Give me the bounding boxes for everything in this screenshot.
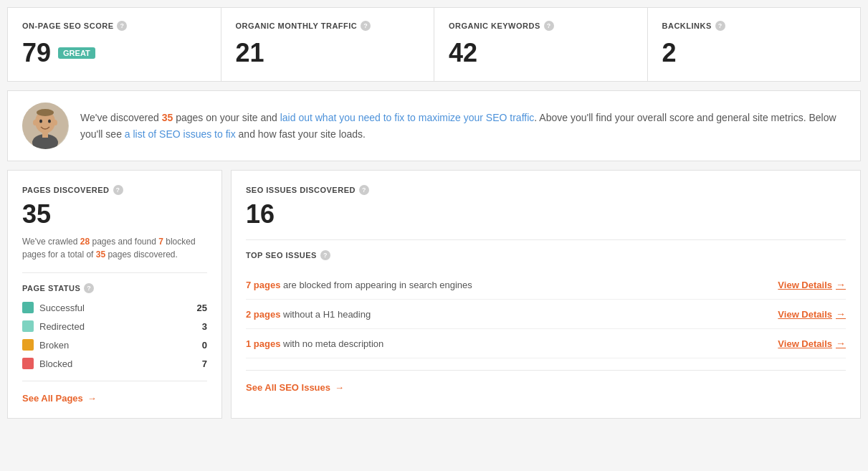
issues-discovered-label: SEO ISSUES DISCOVERED xyxy=(246,186,356,194)
seo-score-help-icon[interactable]: ? xyxy=(117,21,127,31)
organic-keywords-title: ORGANIC KEYWORDS ? xyxy=(449,21,633,31)
pages-divider xyxy=(22,272,207,273)
panels-row: PAGES DISCOVERED ? 35 We've crawled 28 p… xyxy=(7,170,861,419)
pages-discovered-help-icon[interactable]: ? xyxy=(113,185,123,195)
organic-keywords-help-icon[interactable]: ? xyxy=(544,21,554,31)
issue-text: 1 pages with no meta description xyxy=(246,338,383,349)
seo-score-label: ON-PAGE SEO SCORE xyxy=(22,22,113,30)
organic-keywords-label: ORGANIC KEYWORDS xyxy=(449,22,540,30)
issue-suffix: without a H1 heading xyxy=(283,309,371,320)
pages-discovered-count: 35 xyxy=(22,199,207,229)
see-all-issues-arrow: → xyxy=(335,382,344,393)
crawled-pages: 28 xyxy=(80,237,90,247)
seo-score-badge: GREAT xyxy=(58,47,95,59)
see-all-pages-link[interactable]: See All Pages → xyxy=(22,381,207,404)
issues-discovered-title: SEO ISSUES DISCOVERED ? xyxy=(246,185,846,195)
issue-text: 7 pages are blocked from appearing in se… xyxy=(246,280,472,290)
monthly-traffic-number: 21 xyxy=(236,38,264,68)
info-highlight-pages: 35 xyxy=(162,112,173,123)
svg-point-4 xyxy=(37,109,54,116)
monthly-traffic-value: 21 xyxy=(236,38,420,68)
pages-discovered-desc: We've crawled 28 pages and found 7 block… xyxy=(22,235,207,261)
svg-point-5 xyxy=(39,120,42,123)
info-highlight-list: a list of SEO issues to fix xyxy=(125,128,236,140)
issue-suffix: are blocked from appearing in search eng… xyxy=(283,280,472,290)
organic-keywords-card: ORGANIC KEYWORDS ? 42 xyxy=(434,8,648,81)
status-count: 7 xyxy=(202,358,207,369)
monthly-traffic-card: ORGANIC MONTHLY TRAFFIC ? 21 xyxy=(221,8,435,81)
backlinks-card: BACKLINKS ? 2 xyxy=(648,8,861,81)
svg-rect-8 xyxy=(42,132,48,138)
issue-highlight: 7 pages xyxy=(246,280,280,290)
see-all-issues-link[interactable]: See All SEO Issues → xyxy=(246,370,846,393)
issue-highlight: 2 pages xyxy=(246,309,280,320)
backlinks-help-icon[interactable]: ? xyxy=(715,21,725,31)
issue-highlight: 1 pages xyxy=(246,338,280,349)
status-label: Broken xyxy=(22,339,69,351)
status-name: Redirected xyxy=(39,321,85,332)
status-row: Redirected 3 xyxy=(22,320,207,332)
backlinks-value: 2 xyxy=(662,38,846,68)
issue-suffix: with no meta description xyxy=(283,338,383,349)
pages-discovered-label: PAGES DISCOVERED xyxy=(22,186,110,194)
see-all-pages-arrow: → xyxy=(87,393,97,404)
info-banner: We've discovered 35 pages on your site a… xyxy=(7,90,861,161)
view-details-arrow: → xyxy=(836,279,846,290)
status-row: Broken 0 xyxy=(22,339,207,351)
status-count: 3 xyxy=(202,321,207,332)
seo-score-card: ON-PAGE SEO SCORE ? 79 GREAT xyxy=(8,8,221,81)
metrics-row: ON-PAGE SEO SCORE ? 79 GREAT ORGANIC MON… xyxy=(7,7,861,82)
status-color-dot xyxy=(22,358,34,369)
view-details-label: View Details xyxy=(778,338,832,349)
issue-row: 7 pages are blocked from appearing in se… xyxy=(246,270,846,300)
monthly-traffic-title: ORGANIC MONTHLY TRAFFIC ? xyxy=(236,21,420,31)
status-color-dot xyxy=(22,339,34,351)
organic-keywords-number: 42 xyxy=(449,38,477,68)
top-issues-label: TOP SEO ISSUES xyxy=(246,251,317,260)
view-details-link[interactable]: View Details → xyxy=(778,308,846,320)
seo-score-value: 79 GREAT xyxy=(22,38,206,68)
status-label: Successful xyxy=(22,302,85,313)
status-color-dot xyxy=(22,320,34,332)
view-details-link[interactable]: View Details → xyxy=(778,338,846,349)
pages-discovered-title: PAGES DISCOVERED ? xyxy=(22,185,207,195)
backlinks-title: BACKLINKS ? xyxy=(662,21,846,31)
page-status-help-icon[interactable]: ? xyxy=(84,283,94,293)
status-color-dot xyxy=(22,302,34,313)
see-all-pages-label: See All Pages xyxy=(22,393,83,404)
see-all-issues-label: See All SEO Issues xyxy=(246,382,330,393)
status-label: Redirected xyxy=(22,320,85,332)
organic-keywords-value: 42 xyxy=(449,38,633,68)
issue-row: 1 pages with no meta description View De… xyxy=(246,329,846,358)
pages-panel: PAGES DISCOVERED ? 35 We've crawled 28 p… xyxy=(7,170,222,419)
seo-score-title: ON-PAGE SEO SCORE ? xyxy=(22,21,206,31)
avatar xyxy=(22,103,69,149)
issues-divider xyxy=(246,239,846,240)
backlinks-label: BACKLINKS xyxy=(662,22,712,30)
status-row: Blocked 7 xyxy=(22,358,207,369)
status-count: 25 xyxy=(197,303,207,313)
status-name: Blocked xyxy=(39,358,72,369)
issues-discovered-count: 16 xyxy=(246,199,846,229)
status-count: 0 xyxy=(202,340,207,351)
info-highlight-fix: laid out what you need to fix to maximiz… xyxy=(280,112,535,123)
view-details-label: View Details xyxy=(778,280,832,290)
view-details-label: View Details xyxy=(778,309,832,320)
status-name: Broken xyxy=(39,340,69,351)
top-issues-title: TOP SEO ISSUES ? xyxy=(246,250,846,260)
seo-score-number: 79 xyxy=(22,38,51,68)
view-details-link[interactable]: View Details → xyxy=(778,279,846,290)
issue-row: 2 pages without a H1 heading View Detail… xyxy=(246,300,846,329)
issue-text: 2 pages without a H1 heading xyxy=(246,309,371,320)
info-banner-text: We've discovered 35 pages on your site a… xyxy=(80,110,846,142)
top-issues-help-icon[interactable]: ? xyxy=(320,250,330,260)
issues-discovered-help-icon[interactable]: ? xyxy=(359,185,369,195)
blocked-pages-count: 7 xyxy=(158,237,163,247)
page-status-label: PAGE STATUS xyxy=(22,284,80,292)
status-name: Successful xyxy=(39,303,85,313)
svg-point-6 xyxy=(48,120,51,123)
page-status-title: PAGE STATUS ? xyxy=(22,283,207,293)
monthly-traffic-help-icon[interactable]: ? xyxy=(361,21,371,31)
issues-panel: SEO ISSUES DISCOVERED ? 16 TOP SEO ISSUE… xyxy=(231,170,861,419)
view-details-arrow: → xyxy=(836,338,846,349)
